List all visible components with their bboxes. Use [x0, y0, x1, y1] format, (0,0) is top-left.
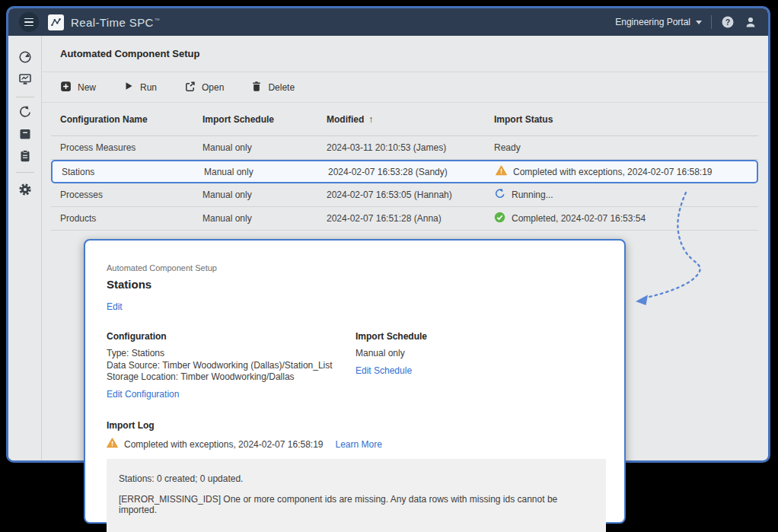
play-icon	[123, 81, 134, 94]
open-external-icon	[184, 81, 196, 94]
trash-icon	[251, 81, 262, 94]
log-line-summary: Stations: 0 created; 0 updated.	[119, 473, 594, 484]
log-line-error: [ERROR_MISSING_IDS] One or more componen…	[119, 494, 594, 515]
learn-more-link[interactable]: Learn More	[336, 439, 382, 450]
running-refresh-icon	[494, 188, 505, 202]
detail-title: Stations	[107, 278, 603, 291]
configuration-section: Configuration Type: Stations Data Source…	[107, 331, 356, 400]
delete-button[interactable]: Delete	[251, 81, 295, 94]
sync-icon[interactable]	[18, 105, 32, 119]
open-button[interactable]: Open	[184, 81, 224, 94]
edit-schedule-link[interactable]: Edit Schedule	[356, 365, 412, 376]
import-log-heading: Import Log	[107, 420, 603, 431]
page-title: Automated Component Setup	[42, 36, 768, 72]
app-logo-icon	[48, 14, 64, 30]
new-button[interactable]: New	[60, 81, 96, 94]
sort-ascending-icon: ↑	[368, 114, 373, 125]
chevron-down-icon	[696, 21, 702, 24]
status-text: Completed with exceptions, 2024-02-07 16…	[513, 167, 713, 177]
portal-dropdown-label: Engineering Portal	[615, 17, 690, 27]
configuration-data-source: Data Source: Timber Woodworking (Dallas)…	[107, 360, 356, 372]
trademark-symbol: ™	[155, 18, 160, 23]
toolbar: New Run Open	[42, 72, 768, 103]
status-text: Running...	[512, 190, 553, 200]
column-header-import-schedule[interactable]: Import Schedule	[202, 103, 274, 135]
run-button[interactable]: Run	[123, 81, 157, 94]
settings-gear-icon[interactable]	[18, 183, 32, 196]
status-text: Completed, 2024-02-07 16:53:54	[512, 213, 646, 224]
configuration-type: Type: Stations	[107, 348, 356, 360]
plus-square-icon	[60, 81, 72, 94]
sidebar-divider	[16, 97, 34, 97]
stations-detail-panel: Automated Component Setup Stations Edit …	[84, 239, 626, 524]
status-text: Ready	[494, 142, 521, 153]
table-row-process-measures[interactable]: Process Measures Manual only 2024-03-11 …	[51, 136, 758, 160]
configuration-heading: Configuration	[107, 331, 356, 342]
left-nav-sidebar	[8, 36, 42, 460]
import-log-section: Import Log Completed with exceptions, 20…	[107, 420, 603, 532]
warning-icon	[107, 438, 118, 451]
help-icon[interactable]: ?	[721, 15, 735, 29]
hamburger-menu-icon[interactable]	[19, 12, 39, 32]
import-log-status-text: Completed with exceptions, 2024-02-07 16…	[124, 439, 324, 450]
detail-breadcrumb: Automated Component Setup	[107, 263, 603, 272]
column-header-configuration-name[interactable]: Configuration Name	[60, 103, 148, 135]
app-title: Real-Time SPC™	[71, 16, 160, 29]
edit-configuration-link[interactable]: Edit Configuration	[107, 389, 179, 400]
table-row-stations-selected[interactable]: Stations Manual only 2024-02-07 16:53:28…	[51, 160, 758, 183]
edit-link[interactable]: Edit	[107, 301, 123, 312]
import-schedule-section: Import Schedule Manual only Edit Schedul…	[356, 331, 427, 400]
svg-text:?: ?	[725, 18, 730, 27]
table-header-row: Configuration Name Import Schedule Modif…	[51, 103, 758, 136]
configuration-storage-location: Storage Location: Timber Woodworking/Dal…	[107, 371, 356, 384]
column-header-modified[interactable]: Modified ↑	[327, 103, 373, 135]
topbar-divider	[711, 15, 712, 29]
chart-monitor-icon[interactable]	[18, 72, 32, 86]
sidebar-divider	[16, 172, 34, 173]
archive-box-icon[interactable]	[18, 127, 32, 141]
table-row-products[interactable]: Products Manual only 2024-02-07 16:51:28…	[51, 207, 758, 231]
import-schedule-heading: Import Schedule	[356, 331, 427, 342]
top-bar: Real-Time SPC™ Engineering Portal ?	[8, 8, 768, 36]
import-log-output: Stations: 0 created; 0 updated. [ERROR_M…	[107, 459, 606, 532]
portal-dropdown[interactable]: Engineering Portal	[615, 17, 702, 27]
table-row-processes[interactable]: Processes Manual only 2024-02-07 16:53:0…	[51, 183, 758, 207]
configurations-table: Configuration Name Import Schedule Modif…	[51, 103, 758, 231]
dashboard-gauge-icon[interactable]	[18, 50, 32, 64]
import-schedule-value: Manual only	[356, 348, 427, 360]
user-account-icon[interactable]	[744, 15, 757, 29]
clipboard-icon[interactable]	[18, 149, 32, 163]
column-header-import-status[interactable]: Import Status	[494, 103, 553, 135]
warning-icon	[496, 165, 507, 178]
success-check-icon	[494, 212, 505, 225]
